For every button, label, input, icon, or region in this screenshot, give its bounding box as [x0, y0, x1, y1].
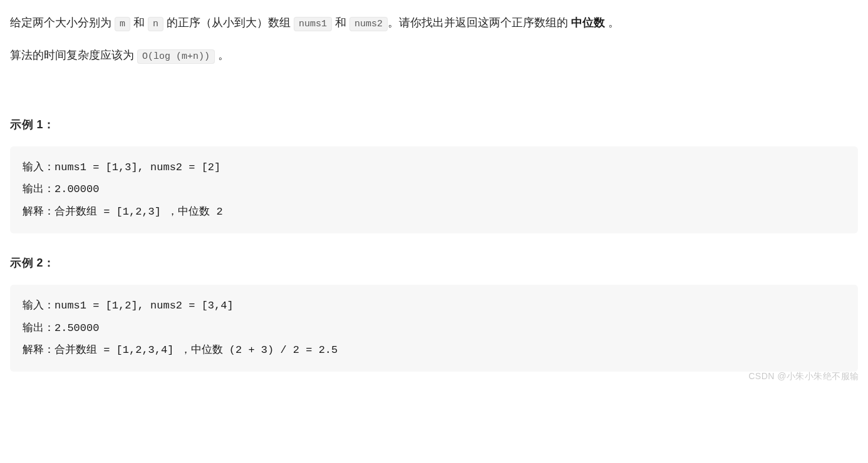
text: 。	[215, 49, 229, 61]
example-2-title: 示例 2：	[10, 252, 858, 273]
example-1-title: 示例 1：	[10, 114, 858, 135]
code-n: n	[148, 17, 163, 31]
text: 和	[130, 16, 148, 29]
text: 给定两个大小分别为	[10, 16, 115, 29]
example-1-block: 输入：nums1 = [1,3], nums2 = [2] 输出：2.00000…	[10, 146, 858, 233]
text: 的正序（从小到大）数组	[163, 16, 294, 29]
example-2-block: 输入：nums1 = [1,2], nums2 = [3,4] 输出：2.500…	[10, 285, 858, 372]
text: 算法的时间复杂度应该为	[10, 49, 137, 61]
text: 。	[605, 16, 619, 29]
text: 和	[332, 16, 349, 29]
code-complexity: O(log (m+n))	[137, 49, 215, 64]
code-m: m	[115, 17, 130, 31]
text: 。请你找出并返回这两个正序数组的	[388, 16, 571, 29]
bold-median: 中位数	[571, 16, 605, 29]
problem-paragraph-1: 给定两个大小分别为 m 和 n 的正序（从小到大）数组 nums1 和 nums…	[10, 11, 858, 35]
problem-paragraph-2: 算法的时间复杂度应该为 O(log (m+n)) 。	[10, 44, 858, 68]
code-nums2: nums2	[349, 17, 388, 31]
code-nums1: nums1	[294, 17, 332, 31]
spacer	[10, 76, 858, 114]
